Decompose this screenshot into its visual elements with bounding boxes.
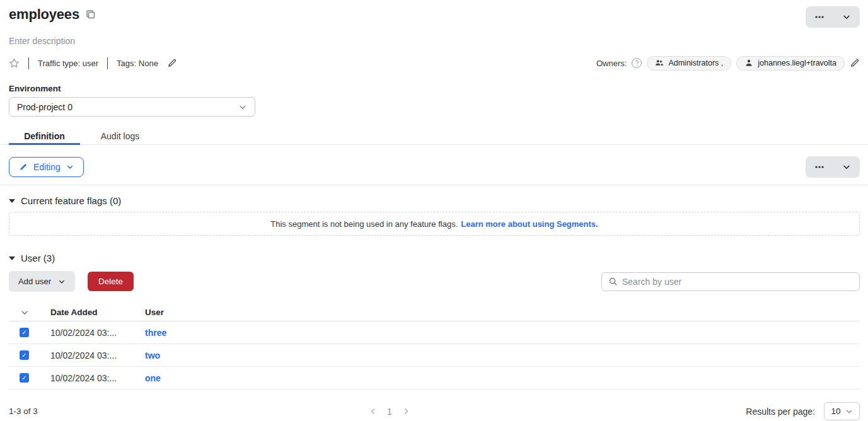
help-icon[interactable]: ? bbox=[632, 58, 642, 68]
divider bbox=[0, 185, 868, 185]
search-icon bbox=[608, 277, 618, 286]
chevron-down-icon bbox=[842, 163, 851, 171]
edit-tags-pencil-icon[interactable] bbox=[167, 58, 177, 68]
editing-mode-button[interactable]: Editing bbox=[9, 157, 84, 177]
previous-page-icon[interactable] bbox=[369, 407, 377, 415]
owner-chip-label: Administrators , bbox=[668, 59, 723, 67]
row-checkbox[interactable]: ✓ bbox=[20, 328, 29, 337]
column-header-user: User bbox=[134, 308, 164, 317]
description-placeholder[interactable]: Enter description bbox=[9, 36, 860, 46]
table-row: ✓ 10/02/2024 03:... two bbox=[9, 344, 860, 367]
user-link[interactable]: two bbox=[145, 350, 160, 360]
favorite-star-icon[interactable] bbox=[9, 58, 20, 69]
owners-label: Owners: bbox=[596, 59, 627, 68]
table-row: ✓ 10/02/2024 03:... three bbox=[9, 321, 860, 344]
chevron-down-icon bbox=[58, 278, 66, 285]
group-icon bbox=[655, 59, 664, 67]
results-per-page-value: 10 bbox=[831, 407, 840, 416]
environment-selected-value: Prod-project 0 bbox=[17, 102, 72, 112]
cell-date-added: 10/02/2024 03:... bbox=[40, 373, 134, 383]
search-input[interactable] bbox=[622, 277, 853, 287]
copy-icon[interactable] bbox=[86, 9, 96, 20]
header-dropdown-button[interactable] bbox=[833, 6, 860, 28]
overflow-menu-button[interactable] bbox=[806, 6, 833, 28]
chevron-down-icon bbox=[842, 13, 851, 21]
user-link[interactable]: one bbox=[145, 373, 161, 383]
page-header: employees bbox=[9, 0, 860, 28]
owner-chip-label: johannes.liegl+travolta bbox=[758, 59, 836, 67]
results-per-page-label: Results per page: bbox=[746, 407, 815, 417]
collapse-caret-icon[interactable] bbox=[9, 199, 15, 203]
row-checkbox[interactable]: ✓ bbox=[20, 350, 29, 360]
empty-state-text: This segment is not being used in any fe… bbox=[270, 219, 458, 229]
tab-bar: Definition Audit logs bbox=[0, 127, 868, 145]
page-title: employees bbox=[9, 6, 79, 23]
ellipsis-icon bbox=[814, 12, 825, 22]
learn-more-link[interactable]: Learn more about using Segments. bbox=[461, 219, 598, 229]
user-search-box bbox=[601, 272, 860, 291]
owner-chip-user: johannes.liegl+travolta bbox=[736, 56, 845, 71]
table-footer: 1-3 of 3 1 Results per page: 10 bbox=[9, 402, 860, 420]
feature-flags-section-heading: Current feature flags (0) bbox=[9, 195, 860, 206]
empty-feature-flags-box: This segment is not being used in any fe… bbox=[9, 212, 860, 236]
results-per-page: Results per page: 10 bbox=[746, 402, 860, 420]
tab-definition[interactable]: Definition bbox=[9, 127, 80, 144]
owners-area: Owners: ? Administrators , bbox=[596, 56, 860, 71]
next-page-icon[interactable] bbox=[402, 407, 410, 415]
environment-section: Environment Prod-project 0 bbox=[9, 84, 860, 117]
results-range-label: 1-3 of 3 bbox=[9, 407, 38, 416]
editing-label: Editing bbox=[33, 162, 61, 172]
ellipsis-icon bbox=[814, 162, 825, 172]
divider bbox=[28, 57, 29, 69]
pagination: 1 bbox=[369, 407, 410, 417]
person-icon bbox=[744, 59, 753, 67]
cell-date-added: 10/02/2024 03:... bbox=[40, 328, 134, 338]
user-section-title: User (3) bbox=[21, 253, 55, 263]
pencil-icon bbox=[19, 163, 28, 171]
user-link[interactable]: three bbox=[145, 328, 166, 338]
environment-select[interactable]: Prod-project 0 bbox=[9, 97, 255, 117]
meta-left: Traffic type: user Tags: None bbox=[9, 57, 177, 69]
row-checkbox[interactable]: ✓ bbox=[20, 373, 29, 383]
select-all-chevron-icon[interactable] bbox=[20, 308, 29, 317]
tab-audit-logs[interactable]: Audit logs bbox=[80, 127, 160, 144]
header-menu-group bbox=[806, 6, 860, 28]
divider bbox=[107, 57, 108, 69]
user-controls: Add user Delete bbox=[9, 271, 860, 292]
environment-label: Environment bbox=[9, 84, 860, 93]
owner-chip-administrators: Administrators , bbox=[647, 56, 731, 71]
chevron-down-icon bbox=[845, 408, 853, 415]
meta-row: Traffic type: user Tags: None Owners: ? bbox=[9, 55, 860, 71]
cell-date-added: 10/02/2024 03:... bbox=[40, 350, 134, 360]
delete-button[interactable]: Delete bbox=[88, 272, 134, 291]
collapse-caret-icon[interactable] bbox=[9, 257, 15, 260]
overflow-menu-button[interactable] bbox=[806, 156, 833, 178]
edit-owners-pencil-icon[interactable] bbox=[850, 58, 860, 68]
column-header-date-added: Date Added bbox=[40, 308, 134, 317]
definition-toolbar: Editing bbox=[9, 156, 860, 178]
add-user-button[interactable]: Add user bbox=[9, 271, 75, 292]
user-table: Date Added User ✓ 10/02/2024 03:... thre… bbox=[9, 304, 860, 389]
results-per-page-select[interactable]: 10 bbox=[824, 402, 860, 420]
definition-menu-group bbox=[806, 156, 860, 178]
feature-flags-title: Current feature flags (0) bbox=[21, 195, 121, 206]
traffic-type-label: Traffic type: user bbox=[38, 59, 98, 68]
page-number[interactable]: 1 bbox=[387, 407, 392, 417]
chevron-down-icon bbox=[238, 103, 247, 112]
chevron-down-icon bbox=[66, 163, 74, 171]
tags-label: Tags: None bbox=[117, 59, 158, 68]
definition-dropdown-button[interactable] bbox=[833, 156, 860, 178]
title-wrap: employees bbox=[9, 6, 96, 23]
add-user-label: Add user bbox=[18, 277, 51, 286]
user-section-heading: User (3) bbox=[9, 253, 860, 263]
table-row: ✓ 10/02/2024 03:... one bbox=[9, 367, 860, 389]
segment-page: employees bbox=[0, 0, 868, 420]
table-header-row: Date Added User bbox=[9, 304, 860, 321]
